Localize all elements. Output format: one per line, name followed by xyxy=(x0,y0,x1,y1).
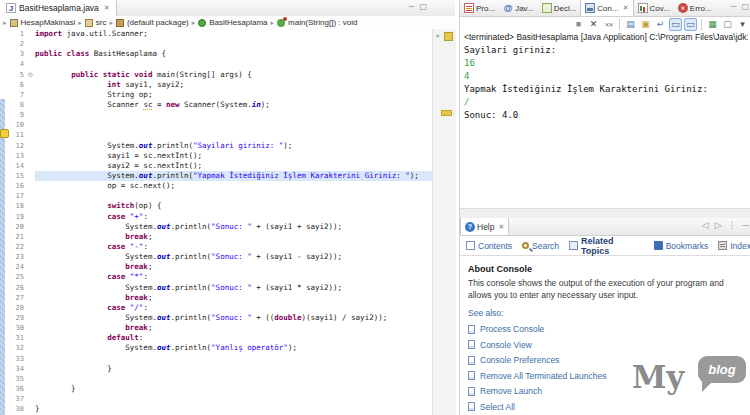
search-icon xyxy=(522,242,529,249)
breadcrumb-item[interactable]: BasitHesaplama xyxy=(198,18,267,27)
minimize-icon[interactable]: ─ xyxy=(743,220,749,230)
forward-icon[interactable]: ▷ xyxy=(715,220,722,230)
line-number[interactable]: 6 xyxy=(0,80,26,90)
tab-declaration[interactable]: Decl... xyxy=(538,0,581,16)
breadcrumb-label: HesapMakinasi xyxy=(21,18,76,27)
code-line: 33 xyxy=(0,354,432,364)
breadcrumb-item[interactable]: (default package) xyxy=(116,18,189,27)
help-toolbar-contents[interactable]: Contents xyxy=(466,241,512,251)
close-icon[interactable]: ✕ xyxy=(498,223,504,231)
tab-label: Erro... xyxy=(690,4,712,13)
fold-marker xyxy=(26,130,35,140)
fold-marker[interactable]: ⊖ xyxy=(26,70,35,80)
code-text xyxy=(35,191,432,201)
document-icon xyxy=(468,387,475,396)
show-console-stdout-icon[interactable]: ▭ xyxy=(669,18,682,31)
document-icon xyxy=(468,356,475,365)
help-toolbar-search[interactable]: Search xyxy=(522,241,559,251)
java-editor-pane: BasitHesaplama.java ✕ ─▢ ▸HesapMakinasi▸… xyxy=(0,0,455,415)
console-toolbar: ■✕✕✕▤▣↵▭▭▦▢▾ xyxy=(572,17,749,31)
maximize-icon[interactable]: ▢ xyxy=(741,2,749,12)
close-icon[interactable]: ✕ xyxy=(623,4,629,12)
help-link[interactable]: Remove Launch xyxy=(468,386,750,396)
tab-error-log[interactable]: Erro... xyxy=(674,0,716,16)
tab-label: Jav... xyxy=(515,4,534,13)
code-text: System.out.println("Sonuc: " + (sayi1 * … xyxy=(35,283,432,293)
back-icon[interactable]: ◁ xyxy=(702,220,709,230)
breadcrumb-item[interactable]: src xyxy=(85,18,107,27)
help-link[interactable]: Process Console xyxy=(468,324,750,334)
code-text xyxy=(35,120,432,130)
help-link[interactable]: Remove All Terminated Launches xyxy=(468,371,750,381)
remove-all-terminated-icon[interactable]: ✕✕ xyxy=(602,18,615,31)
help-toolbar-bookmarks[interactable]: Bookmarks xyxy=(654,241,709,251)
document-icon xyxy=(468,402,475,411)
tab-javadoc[interactable]: Jav... xyxy=(499,0,538,16)
tab-label: Pro... xyxy=(476,4,495,13)
console-status-line: <terminated> BasitHesaplama [Java Applic… xyxy=(464,32,748,42)
help-content: About Console This console shows the out… xyxy=(460,257,750,415)
annotation-summary-icon[interactable] xyxy=(444,32,453,41)
help-toolbar-label: Bookmarks xyxy=(666,241,709,251)
terminate-icon[interactable]: ■ xyxy=(572,18,585,31)
breadcrumb-item[interactable]: HesapMakinasi xyxy=(10,18,76,27)
warning-mark-icon[interactable] xyxy=(441,110,452,116)
word-wrap-icon[interactable]: ↵ xyxy=(654,18,667,31)
fold-marker xyxy=(26,80,35,90)
help-tab-label: Help xyxy=(477,222,494,232)
help-link[interactable]: Select All xyxy=(468,402,750,412)
code-text: break; xyxy=(35,293,432,303)
line-number[interactable]: 5 xyxy=(0,70,26,80)
help-link[interactable]: Console Preferences xyxy=(468,355,750,365)
code-line: 26 System.out.println("Sonuc: " + (sayi1… xyxy=(0,283,432,293)
fold-marker xyxy=(26,212,35,222)
java-file-icon xyxy=(6,3,16,13)
code-text xyxy=(35,374,432,384)
console-icon xyxy=(585,3,595,13)
tab-console[interactable]: Con...✕ xyxy=(580,0,633,16)
code-line: 28 case "/": xyxy=(0,303,432,313)
close-icon[interactable]: ✕ xyxy=(104,4,110,12)
breadcrumb-item[interactable]: main(String[]) : void xyxy=(277,18,357,27)
pin-console-icon[interactable]: ▦ xyxy=(706,18,719,31)
overview-ruler[interactable]: ▴ xyxy=(432,29,456,415)
console-stdin-line: / xyxy=(464,96,750,109)
line-number[interactable]: 1 xyxy=(0,29,26,39)
code-text: case "+": xyxy=(35,212,432,222)
line-number[interactable]: 4 xyxy=(0,59,26,69)
view-menu-icon[interactable]: ⋮ xyxy=(728,220,737,230)
maximize-icon[interactable]: ▢ xyxy=(419,2,427,12)
tab-help[interactable]: Help ✕ xyxy=(460,218,509,235)
open-console-icon[interactable]: ▢ xyxy=(721,18,734,31)
code-text xyxy=(35,110,432,120)
breadcrumb-label: main(String[]) : void xyxy=(288,18,357,27)
help-link[interactable]: Console View xyxy=(468,340,750,350)
help-links: Process ConsoleConsole ViewConsole Prefe… xyxy=(468,324,750,415)
show-console-stderr-icon[interactable]: ▭ xyxy=(684,18,697,31)
breadcrumb-label: src xyxy=(96,18,107,27)
scroll-up-icon[interactable]: ▴ xyxy=(436,31,440,39)
clear-console-icon[interactable]: ▤ xyxy=(624,18,637,31)
code-text: op = sc.next(); xyxy=(35,181,432,191)
warning-icon[interactable] xyxy=(0,129,9,138)
help-toolbar-related-topics[interactable]: Related Topics xyxy=(569,236,644,256)
help-toolbar-index[interactable]: Index xyxy=(718,241,750,251)
fold-marker xyxy=(26,374,35,384)
minimize-icon[interactable]: ─ xyxy=(731,2,737,12)
minimize-icon[interactable]: ─ xyxy=(409,2,415,12)
document-icon xyxy=(468,325,475,334)
tab-problems[interactable]: Pro... xyxy=(460,0,499,16)
console-output[interactable]: Sayilari giriniz: 164Yapmak İstediğiniz … xyxy=(460,44,750,208)
code-editor[interactable]: 1import java.util.Scanner;23public class… xyxy=(0,29,432,415)
fold-marker xyxy=(26,262,35,272)
method-range-indicator xyxy=(0,99,5,415)
editor-tab-basithesaplama[interactable]: BasitHesaplama.java ✕ xyxy=(0,0,117,16)
eclipse-ide-window: BasitHesaplama.java ✕ ─▢ ▸HesapMakinasi▸… xyxy=(0,0,750,415)
line-number[interactable]: 2 xyxy=(0,39,26,49)
open-console-dropdown-icon[interactable]: ▾ xyxy=(736,18,749,31)
scroll-lock-icon[interactable]: ▣ xyxy=(639,18,652,31)
line-number[interactable]: 3 xyxy=(0,49,26,59)
code-line: 6 int sayi1, sayi2; xyxy=(0,80,432,90)
remove-launch-icon[interactable]: ✕ xyxy=(587,18,600,31)
tab-coverage[interactable]: Cov... xyxy=(634,0,674,16)
